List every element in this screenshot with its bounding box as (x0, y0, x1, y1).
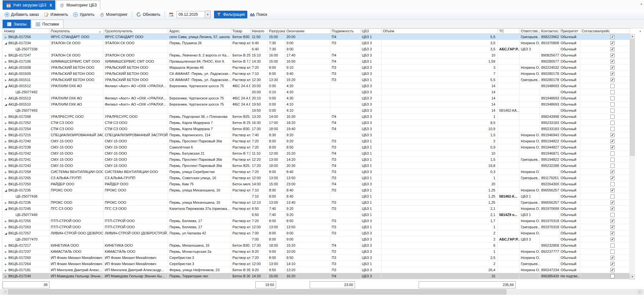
column-header-8[interactable]: Подвижность (330, 28, 360, 34)
table-row[interactable]: ▶ВКЦБ-017243СМУ-15 ОООСМУ-15 ОООПермь, П… (3, 163, 630, 169)
agreed-checkbox-unchecked[interactable] (610, 250, 615, 254)
table-row[interactable]: ▶ВКЦБ-017215СПЕЦИАЛИЗИРОВАННЫЙ ЗАС...СПЕ… (3, 132, 630, 138)
agreed-checkbox-checked[interactable]: ✓ (610, 219, 615, 223)
expand-row-icon[interactable]: ▶ (3, 133, 8, 138)
expand-row-icon[interactable]: ▶ (3, 53, 8, 58)
agreed-checkbox-checked[interactable]: ✓ (610, 262, 615, 266)
agreed-checkbox-checked[interactable]: ✓ (610, 78, 615, 82)
agreed-checkbox-checked[interactable]: ✓ (610, 207, 615, 211)
column-chooser-icon[interactable]: ▾ (639, 30, 641, 33)
column-header-12[interactable]: Ответстве... (520, 28, 540, 34)
table-row[interactable]: ▶ВКЦБ-017106ХИММАШСЕРВИС СМТ ОООХИММАШСЕ… (3, 58, 630, 65)
table-row[interactable]: ЦБ-2507749220:000:104:20ЦБЗ 314Обычный (3, 89, 630, 95)
agreed-checkbox-checked[interactable]: ✓ (610, 237, 615, 241)
table-row[interactable]: ▶АКЦБ-001513УРАЛХИМ ОХК АОФилиал «Азот» … (3, 95, 630, 101)
table-row[interactable]: ЦБ-250773386:407:309:00ЦБЗ 33,5АБС,ГАР:Р… (3, 46, 630, 52)
column-header-0[interactable]: Номер (3, 28, 49, 34)
table-row[interactable]: ◢АКЦБ-001512УРАЛХИМ ОХК АОФилиал «Азот» … (3, 83, 630, 89)
expand-row-icon[interactable]: ▶ (3, 77, 8, 83)
collapse-row-icon[interactable]: ◢ (3, 188, 8, 193)
delete-button[interactable]: − Удалить (70, 11, 97, 18)
collapse-row-icon[interactable]: ◢ (3, 102, 8, 108)
collapse-row-icon[interactable]: ◢ (3, 83, 8, 89)
collapse-row-icon[interactable]: ◢ (3, 206, 8, 212)
table-row[interactable]: ▶ВКЦБ-017268УРАЛРЕСУРС ОООУРАЛРЕСУРС ООО… (3, 114, 630, 120)
filter-toggle-button[interactable]: Фильтрация (214, 11, 247, 18)
expand-row-icon[interactable]: ▶ (3, 268, 8, 273)
refresh-button[interactable]: Обновить (134, 11, 163, 18)
table-row[interactable]: ▶ВКЦБ-017249ИП Мамедова Гюльнар Эльчи...… (3, 273, 630, 279)
agreed-checkbox-checked[interactable]: ✓ (610, 35, 615, 39)
expand-row-icon[interactable]: ▶ (3, 249, 8, 255)
agreed-checkbox-checked[interactable]: ✓ (610, 47, 615, 51)
tab-orders[interactable]: Заказы (3, 20, 31, 28)
agreed-checkbox-unchecked[interactable] (610, 213, 615, 217)
agreed-checkbox-unchecked[interactable] (610, 182, 615, 186)
expand-row-icon[interactable]: ▶ (3, 151, 8, 157)
expand-row-icon[interactable]: ▶ (3, 139, 8, 144)
agreed-checkbox-checked[interactable]: ✓ (610, 72, 615, 76)
table-row[interactable]: ▶ВКЦБ-017265СЗ АЛЬФА-ГРУППСЗ АЛЬФА-ГРУПП… (3, 175, 630, 181)
agreed-checkbox-checked[interactable]: ✓ (610, 256, 615, 260)
monitoring-button[interactable]: Мониторинг (97, 11, 130, 18)
tab-supplies[interactable]: Поставки (31, 20, 63, 28)
table-row[interactable]: ▶ВКЦБ-017237КАМАСТАЛЬ ОООКАМАСТАЛЬ ОООПе… (3, 249, 630, 255)
column-header-9[interactable]: ЦБЗ (360, 28, 381, 34)
table-row[interactable]: ▶АКЦБ-001509УРАЛЬСКИЙ БЕТОН ОООУРАЛЬСКИЙ… (3, 71, 630, 77)
collapse-row-icon[interactable]: ◢ (3, 40, 8, 46)
expand-row-icon[interactable]: ▶ (3, 157, 8, 163)
expand-row-icon[interactable]: ▶ (3, 243, 8, 249)
table-row[interactable]: ▶ВКЦБ-017240СМУ-15 ОООСМУ-15 ОООПермь, П… (3, 138, 630, 144)
horizontal-scrollbar[interactable]: ‹ › (0, 289, 644, 295)
expand-row-icon[interactable]: ▶ (3, 219, 8, 224)
column-header-4[interactable]: Товар (231, 28, 251, 34)
scroll-right-icon[interactable]: › (637, 289, 643, 295)
table-row[interactable]: ЦБ-2507749319:500:004:10ЦБЗ 314581462-КА… (3, 108, 630, 114)
column-header-3[interactable]: Адрес (168, 28, 231, 34)
date-dropdown-icon[interactable]: ▼ (205, 11, 211, 18)
expand-row-icon[interactable]: ▶ (3, 225, 8, 230)
search-button[interactable]: Поиск (247, 11, 270, 18)
column-header-14[interactable]: Приоритет (559, 28, 580, 34)
agreed-checkbox-unchecked[interactable] (610, 274, 615, 278)
column-header-5[interactable]: Начало (251, 28, 268, 34)
agreed-checkbox-checked[interactable]: ✓ (610, 53, 615, 57)
scroll-up-icon[interactable]: ▲ (630, 34, 635, 39)
expand-row-icon[interactable]: ▶ (3, 96, 8, 101)
agreed-checkbox-unchecked[interactable] (610, 151, 615, 156)
table-row[interactable]: ▶ВКЦБ-017217КИНЕТИКА ОООКИНЕТИКА ОООПерм… (3, 242, 630, 249)
expand-row-icon[interactable]: ▶ (3, 163, 8, 169)
table-row[interactable]: ▶ВКЦБ-017181ИП Мингалев Дмитрий Алекс...… (3, 267, 630, 273)
table-row[interactable]: ◢ВКЦБ-017235ПРОКС ОООПРОКС ОООПермь, ули… (3, 187, 630, 193)
table-row[interactable]: ▶ВКЦБ-017260ИП Фокин Михаил МихайловичИП… (3, 255, 630, 261)
agreed-checkbox-unchecked[interactable] (610, 108, 615, 113)
vertical-scrollbar[interactable]: ▲ ▼ (630, 34, 635, 280)
expand-row-icon[interactable]: ▶ (3, 200, 8, 206)
table-row[interactable]: ▶ВКЦБ-017254СТМ СЗ ОООСТМ СЗ ОООПермь, К… (3, 126, 630, 132)
expand-row-icon[interactable]: ▶ (3, 59, 8, 65)
agreed-checkbox-unchecked[interactable] (610, 164, 615, 168)
column-header-15[interactable]: Согласован\рейс (580, 28, 630, 34)
edit-button[interactable]: Изменить (41, 11, 70, 18)
expand-row-icon[interactable]: ▶ (3, 262, 8, 267)
table-row[interactable]: ЦБ-250774496:507:409:20ЦБЗ 12,15814Z9 н.… (3, 212, 630, 218)
table-row[interactable]: ◢ВКЦБ-017234ЭТАЛОН СК ОООЭТАЛОН СК ОООПе… (3, 40, 630, 46)
agreed-checkbox-checked[interactable]: ✓ (610, 200, 615, 205)
agreed-checkbox-checked[interactable]: ✓ (610, 170, 615, 174)
scroll-left-icon[interactable]: ‹ (3, 289, 8, 295)
vertical-scroll-thumb[interactable] (630, 39, 635, 156)
agreed-checkbox-unchecked[interactable] (610, 84, 615, 88)
add-order-button[interactable]: + Добавить заказ (2, 11, 41, 18)
table-row[interactable]: ▶ВКЦБ-017250РАЙДЕР ОООРАЙДЕР ОООПермь, К… (3, 181, 630, 187)
agreed-checkbox-unchecked[interactable] (610, 158, 615, 162)
table-row[interactable]: ◢ВКЦБ-017257ЛИВИН-СТРОЙ ООО (ДОБРОС...ЛИ… (3, 230, 630, 236)
column-header-7[interactable]: Окончание (285, 28, 330, 34)
agreed-checkbox-checked[interactable]: ✓ (610, 268, 615, 272)
table-row[interactable]: ЦБ-250774707:008:009:00ЦБЗ 32АБС,ГАР:Р..… (3, 236, 630, 242)
table-row[interactable]: ▶ВКЦБ-017238СМУ-15 ОООСМУ-15 ОООСамолётн… (3, 144, 630, 150)
expand-row-icon[interactable]: ▶ (3, 71, 8, 77)
table-row[interactable]: ▶ВКЦБ-017236ПРОКС ОООПРОКС ОООПермь, ули… (3, 200, 630, 206)
expand-row-icon[interactable]: ▶ (3, 176, 8, 181)
column-header-2[interactable]: Грузополучатель (103, 28, 168, 34)
close-icon[interactable]: X (49, 3, 52, 7)
